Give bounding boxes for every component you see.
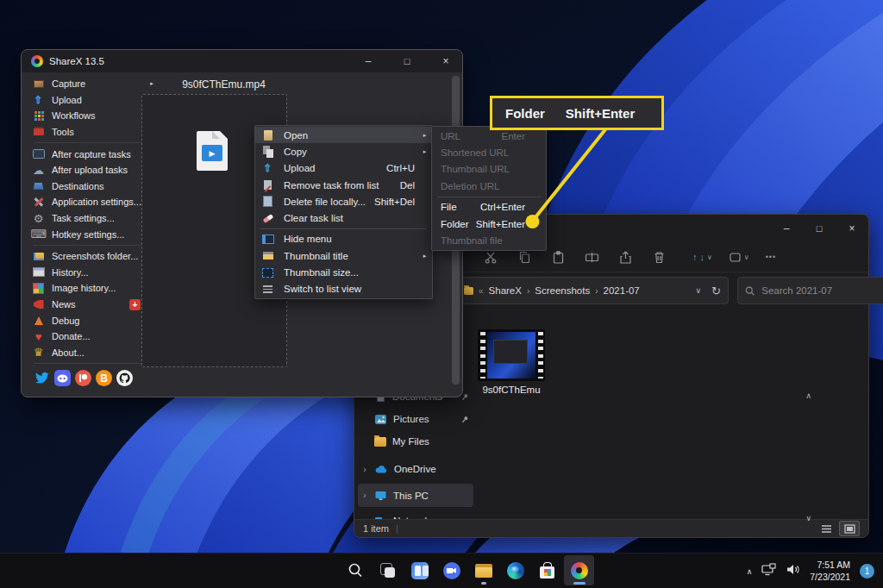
- menu-item-hide-menu[interactable]: Hide menu: [255, 231, 432, 247]
- twitter-button[interactable]: [34, 370, 50, 386]
- menu-item-thumbnail-size[interactable]: Thumbnail size...: [255, 264, 432, 280]
- file-item[interactable]: 9s0fCThEmu: [473, 329, 549, 395]
- sidebar-item-upload[interactable]: Upload▸: [28, 92, 156, 109]
- sidebar-item-this-pc[interactable]: › This PC: [358, 484, 473, 507]
- menu-item-open[interactable]: Open▸: [255, 127, 432, 143]
- callout-shortcut: Shift+Enter: [566, 106, 635, 121]
- sidebar-item-my-files[interactable]: My Files: [358, 431, 473, 452]
- tray-date: 7/23/2021: [810, 572, 850, 584]
- task-view-button[interactable]: [373, 555, 403, 585]
- sharex-close-button[interactable]: ×: [429, 50, 462, 72]
- sidebar-item-screenshots-folder[interactable]: Screenshots folder...: [28, 248, 156, 265]
- more-options-button[interactable]: •••: [766, 253, 776, 261]
- explorer-minimize-button[interactable]: –: [770, 217, 803, 240]
- menu-item-clear-task-list[interactable]: Clear task list: [255, 210, 432, 226]
- menu-item-copy[interactable]: Copy▸: [255, 143, 432, 160]
- sidebar-item-image-history[interactable]: Image history...: [28, 280, 156, 297]
- sidebar-item-pictures[interactable]: Pictures: [358, 409, 473, 429]
- sidebar-item-donate[interactable]: Donate...: [28, 328, 156, 345]
- refresh-icon[interactable]: ↻: [711, 285, 721, 297]
- sidebar-item-after-upload-tasks[interactable]: After upload tasks▸: [28, 162, 156, 178]
- sharex-taskbar-button[interactable]: [564, 555, 594, 585]
- discord-button[interactable]: [54, 370, 71, 386]
- sidebar-scroll-down-icon[interactable]: ∨: [805, 514, 811, 521]
- submenu-item-file[interactable]: FileCtrl+Enter: [432, 199, 546, 216]
- breadcrumb-screenshots[interactable]: Screenshots: [535, 285, 590, 296]
- sharex-maximize-button[interactable]: □: [391, 50, 423, 72]
- volume-tray-button[interactable]: [786, 563, 800, 579]
- sidebar-item-debug[interactable]: Debug▸: [28, 312, 156, 328]
- patreon-button[interactable]: [75, 370, 91, 386]
- notification-badge[interactable]: 1: [860, 564, 874, 579]
- sort-up-icon: ↑: [692, 252, 698, 262]
- paste-button[interactable]: [549, 248, 567, 266]
- breadcrumb-root-chevron[interactable]: «: [479, 286, 484, 296]
- search-box[interactable]: [737, 277, 883, 304]
- file-name-label: 9s0fCThEmu: [473, 385, 549, 395]
- github-button[interactable]: [116, 370, 133, 386]
- chat-button[interactable]: [436, 555, 467, 585]
- network-tray-button[interactable]: [761, 563, 776, 579]
- expand-chevron-icon[interactable]: ›: [361, 465, 368, 474]
- breadcrumb-sharex[interactable]: ShareX: [489, 285, 522, 296]
- sharex-minimize-button[interactable]: –: [352, 50, 385, 72]
- screenshots-folder-icon: [32, 250, 45, 263]
- search-input[interactable]: [760, 285, 883, 297]
- remove-task-icon: [261, 178, 274, 191]
- sidebar-item-onedrive[interactable]: › OneDrive: [358, 459, 473, 479]
- edge-button[interactable]: [500, 555, 530, 585]
- news-icon: [32, 298, 45, 311]
- menu-item-switch-to-list-view[interactable]: Switch to list view: [255, 281, 432, 297]
- delete-file-icon: [261, 195, 274, 208]
- sidebar-item-about[interactable]: About...: [28, 345, 156, 361]
- details-view-button[interactable]: [817, 522, 836, 535]
- bitcoin-button[interactable]: B: [96, 370, 112, 386]
- explorer-close-button[interactable]: ×: [836, 217, 868, 240]
- cut-button[interactable]: [482, 248, 499, 266]
- delete-button[interactable]: [650, 248, 667, 266]
- file-explorer-button[interactable]: [468, 555, 498, 585]
- explorer-maximize-button[interactable]: □: [803, 217, 836, 240]
- speaker-icon: [786, 563, 800, 576]
- menu-item-thumbnail-title[interactable]: Thumbnail title▸: [255, 247, 432, 264]
- breadcrumb-2021-07[interactable]: 2021-07: [604, 285, 640, 296]
- widgets-button[interactable]: [404, 555, 435, 585]
- sidebar-item-destinations[interactable]: Destinations▸: [28, 178, 156, 195]
- paste-icon: [551, 250, 566, 265]
- search-button[interactable]: [341, 555, 371, 585]
- taskbar-buttons: [309, 555, 594, 585]
- video-file-icon: ▶: [197, 131, 228, 171]
- sidebar-item-application-settings[interactable]: Application settings...: [28, 194, 156, 210]
- start-button[interactable]: [309, 555, 339, 585]
- submenu-item-folder[interactable]: FolderShift+Enter: [432, 216, 546, 232]
- sidebar-item-capture[interactable]: Capture▸: [28, 76, 156, 92]
- menu-item-upload[interactable]: UploadCtrl+U: [255, 160, 432, 177]
- sidebar-item-history[interactable]: History...: [28, 265, 156, 281]
- sharex-titlebar[interactable]: ShareX 13.5 – □ ×: [22, 50, 462, 72]
- sidebar-item-news[interactable]: News+: [28, 297, 156, 313]
- menu-item-delete-file-locally[interactable]: Delete file locally...Shift+Del: [255, 193, 432, 210]
- sidebar-item-task-settings[interactable]: Task settings...: [28, 210, 156, 227]
- store-button[interactable]: [532, 555, 562, 585]
- address-dropdown-icon[interactable]: ∨: [696, 286, 702, 295]
- sidebar-item-workflows[interactable]: Workflows▸: [28, 108, 156, 124]
- hide-menu-icon: [261, 233, 274, 246]
- share-button[interactable]: [617, 248, 634, 266]
- expand-chevron-icon[interactable]: ›: [361, 491, 368, 500]
- address-bar[interactable]: « ShareX › Screenshots › 2021-07 ∨ ↻: [456, 277, 729, 304]
- menu-item-remove-task[interactable]: Remove task from listDel: [255, 177, 432, 193]
- rename-button[interactable]: [583, 248, 600, 266]
- clock[interactable]: 7:51 AM 7/23/2021: [810, 560, 850, 583]
- sidebar-item-after-capture-tasks[interactable]: After capture tasks▸: [28, 146, 156, 162]
- thumbnail-view-button[interactable]: [839, 521, 860, 536]
- sort-button[interactable]: ↑↓ ∨: [692, 252, 712, 262]
- sidebar-item-tools[interactable]: Tools▸: [28, 124, 156, 141]
- view-button[interactable]: ∨: [729, 251, 749, 264]
- callout-label: Folder: [505, 106, 545, 121]
- sidebar-item-hotkey-settings[interactable]: Hotkey settings...: [28, 226, 156, 242]
- hidden-icons-button[interactable]: ∧: [747, 567, 753, 576]
- sidebar-scroll-up-icon[interactable]: ∧: [805, 391, 811, 400]
- desktop: – □ ×: [0, 0, 883, 588]
- system-tray: ∧ 7:51 AM 7/23/2021 1: [747, 554, 874, 588]
- copy-button[interactable]: [516, 248, 533, 266]
